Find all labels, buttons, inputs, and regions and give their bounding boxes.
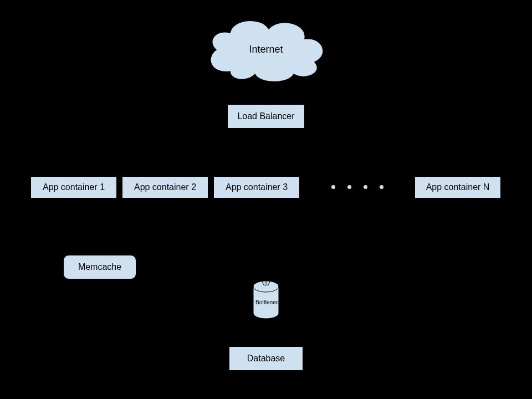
svg-line-10 [165,219,262,284]
app-container-3-label: App container 3 [226,182,288,192]
bottleneck-label: Bottleneck [255,299,282,305]
memcache-label: Memcache [78,262,121,272]
load-balancer-box: Load Balancer [227,104,305,129]
app-container-n-label: App container N [426,182,490,192]
app-container-2: App container 2 [122,176,208,198]
svg-line-4 [266,129,458,176]
dot-icon [380,185,383,189]
database-label: Database [247,354,285,364]
svg-line-9 [74,219,100,255]
load-balancer-label: Load Balancer [237,111,294,121]
internet-cloud: Internet [200,13,332,85]
app-container-2-label: App container 2 [134,182,196,192]
dot-icon [347,185,351,189]
internet-label: Internet [249,44,283,55]
dot-icon [364,185,367,189]
memcache-box: Memcache [63,255,136,279]
svg-line-3 [257,129,266,176]
svg-line-1 [74,129,266,176]
ellipsis-dots [331,185,383,189]
app-container-3: App container 3 [213,176,300,198]
dot-icon [331,185,335,189]
svg-line-12 [270,219,458,284]
app-container-1-label: App container 1 [43,182,105,192]
database-box: Database [229,346,303,371]
app-container-1: App container 1 [30,176,117,198]
svg-line-2 [165,129,266,176]
svg-line-11 [257,219,265,284]
app-container-n: App container N [415,176,501,198]
bottleneck-cylinder: Bottleneck [252,280,280,320]
